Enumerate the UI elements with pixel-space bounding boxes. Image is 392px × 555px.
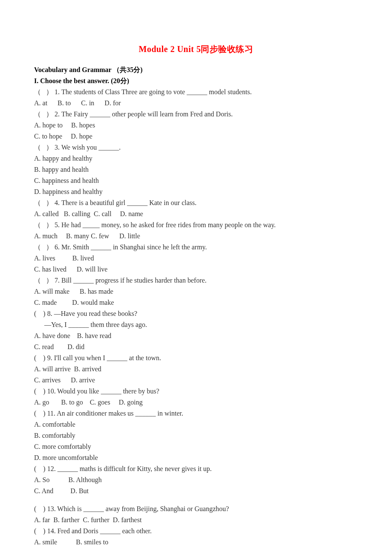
q4-options: A. called B. calling C. call D. name bbox=[34, 209, 358, 219]
q8-text2: —Yes, I ______ them three days ago. bbox=[34, 320, 358, 330]
q12-text: ( ) 12. ______ maths is difficult for Ki… bbox=[34, 464, 358, 474]
q7-options-row1: A. will make B. has made bbox=[34, 286, 358, 297]
q12-options-row1: A. So B. Although bbox=[34, 475, 358, 485]
q13-text: ( ) 13. Which is ______ away from Beijin… bbox=[34, 504, 358, 514]
q5-text: （ ） 5. He had _____ money, so he asked f… bbox=[34, 220, 358, 230]
q11-text: ( ) 11. An air conditioner makes us ____… bbox=[34, 408, 358, 419]
q8-text: ( ) 8. —Have you read these books? bbox=[34, 309, 358, 319]
q8-options-row1: A. have done B. have read bbox=[34, 331, 358, 341]
q2-options-row1: A. hope to B. hopes bbox=[34, 120, 358, 130]
q6-options-row2: C. has lived D. will live bbox=[34, 264, 358, 275]
q12-options-row2: C. And D. But bbox=[34, 486, 358, 496]
q1-options: A. at B. to C. in D. for bbox=[34, 98, 358, 108]
title-main: Module 2 Unit 5 bbox=[139, 44, 201, 54]
sub-header: I. Choose the best answer. (20分) bbox=[34, 76, 358, 86]
section-header: Vocabulary and Grammar （共35分) bbox=[34, 65, 358, 75]
q9-options-row1: A. will arrive B. arrived bbox=[34, 364, 358, 374]
q2-options-row2: C. to hope D. hope bbox=[34, 131, 358, 142]
q3-option-d: D. happiness and healthy bbox=[34, 187, 358, 197]
spacer bbox=[34, 497, 358, 504]
q9-options-row2: C. arrives D. arrive bbox=[34, 375, 358, 385]
q11-option-a: A. comfortable bbox=[34, 419, 358, 430]
page-title: Module 2 Unit 5同步验收练习 bbox=[34, 43, 358, 55]
q11-option-b: B. comfortably bbox=[34, 431, 358, 441]
q11-option-c: C. more comfortably bbox=[34, 442, 358, 452]
q4-text: （ ） 4. There is a beautiful girl ______ … bbox=[34, 198, 358, 208]
q9-text: ( ) 9. I'll call you when I ______ at th… bbox=[34, 353, 358, 363]
q11-option-d: D. more uncomfortable bbox=[34, 453, 358, 463]
q2-text: （ ） 2. The Fairy ______ other people wil… bbox=[34, 109, 358, 119]
q7-text: （ ） 7. Bill ______ progress if he studie… bbox=[34, 275, 358, 286]
q3-option-a: A. happy and healthy bbox=[34, 153, 358, 164]
q14-text: ( ) 14. Fred and Doris ______ each other… bbox=[34, 526, 358, 536]
q13-options: A. far B. farther C. further D. farthest bbox=[34, 515, 358, 525]
q10-options: A. go B. to go C. goes D. going bbox=[34, 397, 358, 408]
q8-options-row2: C. read D. did bbox=[34, 342, 358, 352]
q10-text: ( ) 10. Would you like ______ there by b… bbox=[34, 386, 358, 396]
q7-options-row2: C. made D. would make bbox=[34, 298, 358, 308]
title-suffix: 同步验收练习 bbox=[201, 44, 253, 54]
q3-text: （ ） 3. We wish you ______. bbox=[34, 142, 358, 153]
q1-text: （ ） 1. The students of Class Three are g… bbox=[34, 87, 358, 97]
q3-option-c: C. happiness and health bbox=[34, 176, 358, 186]
q5-options: A. much B. many C. few D. little bbox=[34, 231, 358, 241]
q6-text: （ ） 6. Mr. Smith ______ in Shanghai sinc… bbox=[34, 242, 358, 252]
q3-option-b: B. happy and health bbox=[34, 165, 358, 175]
q14-options-row1: A. smile B. smiles to bbox=[34, 537, 358, 547]
q6-options-row1: A. lives B. lived bbox=[34, 253, 358, 263]
